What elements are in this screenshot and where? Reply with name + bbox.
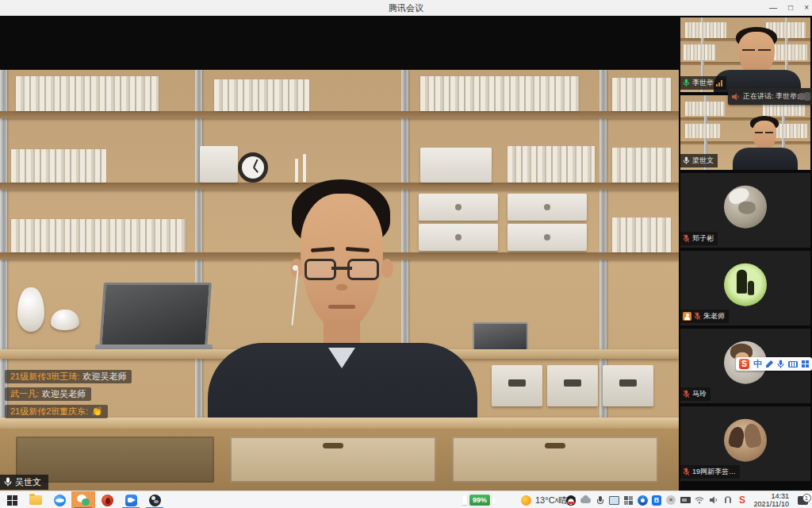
wall-clock <box>238 152 268 183</box>
windows-logo-icon <box>7 495 17 506</box>
red-app-button[interactable] <box>95 491 119 508</box>
obs-button[interactable] <box>143 491 167 508</box>
battery-percent: 99% <box>469 494 491 506</box>
drawer-handle <box>544 204 550 210</box>
browser-button[interactable] <box>48 491 71 508</box>
participant-name: 郑子彬 <box>692 233 714 244</box>
glasses <box>347 259 379 280</box>
books <box>16 76 159 111</box>
books <box>612 217 671 252</box>
qq-tray-button[interactable] <box>566 494 576 506</box>
audio-device-tray-button[interactable] <box>723 494 733 506</box>
wifi-icon <box>695 496 704 504</box>
file-drawer <box>492 365 542 406</box>
maximize-button[interactable]: □ <box>788 0 793 16</box>
ime-menu-icon[interactable] <box>802 360 809 368</box>
vase <box>17 287 44 332</box>
speaking-toast-text: 正在讲话: 李世举; <box>743 91 799 102</box>
notification-center-button[interactable] <box>795 494 810 506</box>
folder-icon <box>29 495 42 505</box>
mic-on-icon <box>683 79 690 87</box>
x-circle-icon: × <box>666 495 676 505</box>
clock-date: 2021/11/10 <box>754 500 789 508</box>
handwriting-icon[interactable] <box>766 360 773 368</box>
grid-tray-button[interactable] <box>623 494 634 506</box>
mic-muted-icon <box>683 390 690 398</box>
chat-overlay: 21级新传3班王琦:欢迎吴老师 武一凡:欢迎吴老师 21级新传2班董庆东:👏 <box>5 370 132 418</box>
desk-top <box>0 418 679 429</box>
wechat-button[interactable] <box>71 491 95 508</box>
cloud-tray-button[interactable] <box>580 494 591 506</box>
drawer-box <box>508 224 587 251</box>
shelf-board <box>680 117 810 121</box>
books <box>612 78 671 111</box>
books <box>685 102 725 116</box>
person-mouth <box>328 305 355 309</box>
swirl-icon <box>638 495 648 506</box>
drawer-box <box>419 224 498 251</box>
swirl-tray-button[interactable] <box>638 494 648 506</box>
close-button[interactable]: × <box>804 0 809 16</box>
tencent-meeting-button[interactable] <box>119 491 143 508</box>
participant-tile-19wangxin[interactable]: 19网新李芸… <box>680 406 810 481</box>
cloud-icon <box>580 498 591 503</box>
chat-sender: 武一凡: <box>10 389 39 398</box>
file-drawer <box>547 365 598 406</box>
drawer-handle <box>455 234 462 241</box>
title-bar: 腾讯会议 — □ × <box>0 0 812 16</box>
minimize-button[interactable]: — <box>769 0 777 16</box>
meeting-camera-icon <box>125 495 137 506</box>
volume-tray-button[interactable] <box>709 494 719 506</box>
participant-tile-zhengzibin[interactable]: 郑子彬 <box>680 173 810 248</box>
participant-label: 郑子彬 <box>680 232 718 245</box>
battery-tray-button[interactable] <box>680 494 691 506</box>
books <box>684 44 715 60</box>
bluetooth-tray-button[interactable]: B <box>652 494 662 506</box>
battery-widget[interactable]: 99% <box>462 493 495 507</box>
wechat-icon <box>77 495 90 506</box>
main-video-stage: 21级新传3班王琦:欢迎吴老师 武一凡:欢迎吴老师 21级新传2班董庆东:👏 吴… <box>0 16 679 491</box>
start-button[interactable] <box>0 491 24 508</box>
chat-sender: 21级新传2班董庆东: <box>10 406 88 416</box>
taskbar-apps <box>0 491 167 508</box>
red-app-icon <box>102 495 113 506</box>
speaker-icon <box>732 93 740 101</box>
person-body <box>733 148 798 170</box>
file-explorer-button[interactable] <box>24 491 48 508</box>
speaker-name: 吴世文 <box>15 476 41 488</box>
clock-widget[interactable]: 14:31 2021/11/10 <box>752 491 791 508</box>
speaker-icon <box>710 496 718 504</box>
participant-label: 梁世文 <box>680 154 718 167</box>
chat-message: 武一凡:欢迎吴老师 <box>5 387 91 401</box>
participant-tile-lishiju[interactable]: 李世举 <box>680 17 810 92</box>
window-controls: — □ × <box>769 0 809 16</box>
desk-drawer <box>452 437 658 483</box>
chat-sender: 21级新传3班王琦: <box>10 371 79 381</box>
keyboard-icon[interactable] <box>788 361 798 368</box>
display-tray-button[interactable] <box>609 494 619 506</box>
glasses <box>758 49 771 56</box>
wifi-tray-button[interactable] <box>695 494 705 506</box>
close-circle-tray-button[interactable]: × <box>666 494 676 506</box>
participant-tile-liangshiwen[interactable]: 梁世文 <box>680 95 810 170</box>
participant-tile-zhulaoshi[interactable]: 朱老师 <box>680 251 810 325</box>
mic-muted-icon <box>694 312 701 321</box>
ime-language-toggle[interactable]: 中 <box>753 357 762 371</box>
chat-message: 21级新传2班董庆东:👏 <box>5 405 108 418</box>
voice-input-icon[interactable] <box>777 360 784 369</box>
hidden-icons-button[interactable]: ∧ <box>552 494 562 506</box>
candle <box>295 159 298 183</box>
participant-label: 马玲 <box>680 387 710 401</box>
chat-message: 21级新传3班王琦:欢迎吴老师 <box>5 370 132 383</box>
participant-name: 马玲 <box>692 389 707 399</box>
grid-icon <box>624 496 633 505</box>
sogou-logo-icon[interactable]: S <box>739 359 749 369</box>
avatar <box>724 419 767 462</box>
glasses <box>742 49 755 56</box>
mic-tray-button[interactable] <box>595 494 605 506</box>
books <box>214 79 309 111</box>
mic-muted-icon <box>683 468 690 476</box>
clock-time: 14:31 <box>771 492 789 500</box>
sogou-tray-button[interactable]: S <box>737 494 748 506</box>
participant-name: 朱老师 <box>703 311 725 321</box>
